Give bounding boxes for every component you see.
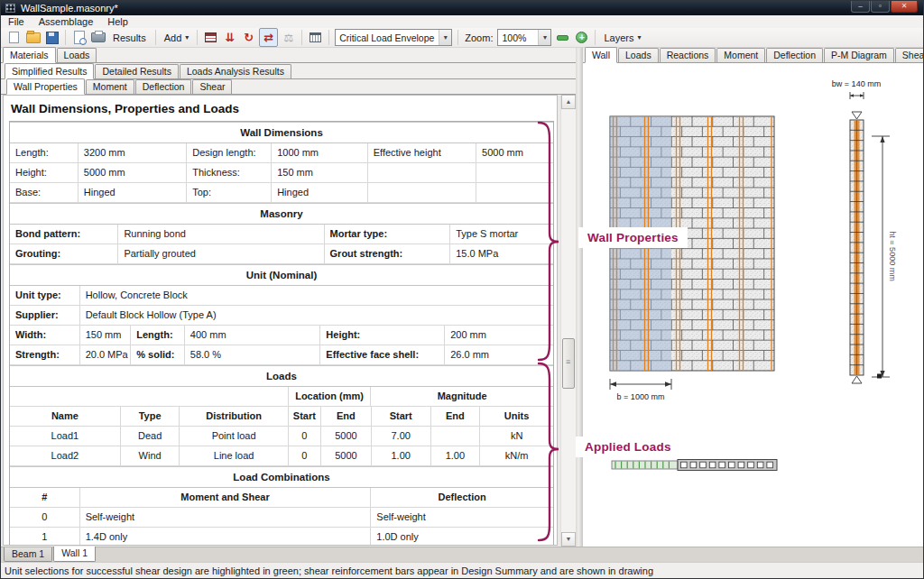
drawing-pane: WallLoadsReactionsMomentDeflectionP-M Di… — [583, 48, 924, 547]
table-cell — [368, 183, 476, 202]
axial-load-button[interactable]: ⇊ — [221, 29, 238, 46]
scroll-up-button[interactable]: ▲ — [561, 95, 576, 109]
table-cell: Distribution — [180, 407, 288, 426]
add-dropdown[interactable]: Add▾ — [161, 29, 193, 46]
table-cell: Effective height — [368, 143, 476, 162]
tab[interactable]: Moment — [716, 48, 765, 62]
chevron-down-icon: ▾ — [185, 33, 189, 41]
zoom-in-button[interactable]: + — [573, 29, 590, 46]
title-bar[interactable]: WallSample.masonry* – ▫ ✕ — [1, 1, 923, 15]
tab-label: Shear — [199, 81, 225, 92]
columns-view-button[interactable] — [307, 29, 324, 46]
table-cell: Grout strength: — [325, 244, 451, 263]
table-section-header: Unit (Nominal) — [10, 264, 553, 286]
wall-cross-section-drawing — [850, 112, 864, 383]
tab[interactable]: Wall — [585, 47, 617, 63]
tab[interactable]: Shear — [895, 48, 924, 62]
table-cell — [368, 163, 476, 182]
drawing-tabstrip: WallLoadsReactionsMomentDeflectionP-M Di… — [583, 48, 924, 63]
table-section-header: Wall Dimensions — [10, 122, 553, 143]
zoom-out-button[interactable] — [554, 29, 571, 46]
tab[interactable]: Loads — [618, 48, 659, 62]
tab[interactable]: Simplified Results — [5, 63, 94, 79]
table-section-header: Loads — [10, 365, 553, 387]
moment-load-button[interactable]: ↻ — [240, 29, 257, 46]
tab[interactable]: Moment — [86, 79, 134, 94]
tab[interactable]: Loads — [57, 48, 97, 62]
menu-item-label: File — [8, 16, 24, 27]
table-cell: Length: — [10, 143, 79, 162]
results-tabstrip: Simplified ResultsDetailed ResultsLoads … — [1, 63, 576, 79]
table-cell: Wind — [121, 446, 180, 465]
table-cell: Mortar type: — [325, 225, 451, 244]
table-cell: Length: — [131, 326, 185, 345]
table-cell: Hinged — [79, 183, 187, 202]
wall-properties-annotation: Wall Properties — [578, 227, 688, 248]
load-envelope-select[interactable]: Critical Load Envelope ▾ — [335, 29, 452, 46]
table-cell: Line load — [180, 446, 288, 465]
table-cell: 1.00 — [372, 446, 431, 465]
table-row: Supplier:Default Block Hollow (Type A) — [10, 306, 553, 326]
table-cell: kN/m — [480, 446, 553, 465]
tab[interactable]: Loads Analysis Results — [180, 64, 291, 78]
table-cell: Load2 — [10, 446, 121, 465]
table-cell: Deflection — [371, 488, 553, 507]
new-button[interactable] — [5, 29, 23, 46]
table-cell: 26.0 mm — [445, 345, 553, 364]
menu-item[interactable]: Assemblage — [32, 15, 101, 28]
assemblage-tab[interactable]: Beam 1 — [4, 547, 52, 562]
tab-label: Shear — [902, 50, 924, 60]
columns-icon — [310, 32, 321, 42]
table-cell: 150 mm — [80, 326, 132, 345]
table-cell: Type S mortar — [450, 225, 553, 244]
tab[interactable]: Shear — [192, 79, 232, 94]
table-cell: 5000 mm — [79, 163, 187, 182]
results-button[interactable]: Results — [108, 29, 151, 46]
tab-label: Wall Properties — [14, 81, 78, 92]
print-preview-button[interactable] — [70, 29, 88, 46]
add-label: Add — [164, 32, 182, 43]
tab[interactable]: Materials — [3, 47, 56, 63]
zoom-in-icon: + — [576, 32, 587, 43]
scrollbar-thumb[interactable] — [562, 338, 575, 389]
table-cell: Supplier: — [10, 306, 80, 325]
shear-load-button[interactable]: ⇄ — [259, 28, 278, 47]
tab[interactable]: Deflection — [766, 48, 823, 62]
table-cell: 1.0D only — [371, 528, 553, 546]
tab[interactable]: P-M Diagram — [824, 48, 894, 62]
simplified-results-tabstrip: Wall PropertiesMomentDeflectionShear — [1, 79, 576, 95]
table-cell: 0 — [10, 508, 80, 527]
assemblage-tabbar: Beam 1Wall 1 — [1, 547, 923, 562]
zoom-select[interactable]: 100% ▾ — [497, 29, 551, 46]
assemblage-tab[interactable]: Wall 1 — [53, 547, 96, 562]
pane-splitter[interactable] — [576, 48, 583, 547]
open-button[interactable] — [24, 29, 42, 46]
tab[interactable]: Wall Properties — [6, 78, 85, 95]
app-icon — [5, 4, 15, 13]
scroll-down-button[interactable]: ▼ — [561, 532, 576, 547]
table-cell: 400 mm — [185, 326, 321, 345]
tab-label: Deflection — [773, 50, 816, 60]
table-cell: Hinged — [272, 183, 368, 202]
table-row: Unit type:Hollow, Concrete Block — [10, 286, 553, 306]
bw-dimension-label: bw = 140 mm — [832, 79, 881, 88]
save-button[interactable] — [43, 29, 60, 46]
height-dimension — [872, 136, 890, 379]
assemblage-tab-label: Beam 1 — [12, 548, 44, 559]
minimize-button[interactable]: – — [851, 1, 870, 13]
close-button[interactable]: ✕ — [891, 1, 918, 13]
maximize-button[interactable]: ▫ — [871, 1, 890, 13]
self-weight-button[interactable] — [202, 29, 219, 46]
print-button[interactable] — [89, 29, 106, 46]
tab[interactable]: Detailed Results — [95, 64, 178, 78]
table-cell: % solid: — [131, 345, 185, 364]
tab[interactable]: Reactions — [660, 48, 716, 62]
tab[interactable]: Deflection — [135, 79, 192, 94]
tab-label: Simplified Results — [12, 66, 87, 77]
design-width-dimension — [610, 379, 671, 390]
layers-dropdown[interactable]: Layers▾ — [600, 29, 644, 46]
vertical-scrollbar[interactable]: ▲ ▼ — [560, 95, 576, 547]
menu-item[interactable]: Help — [100, 15, 135, 28]
results-pane: Wall Dimensions, Properties and Loads Wa… — [1, 95, 576, 547]
menu-item[interactable]: File — [1, 15, 32, 28]
